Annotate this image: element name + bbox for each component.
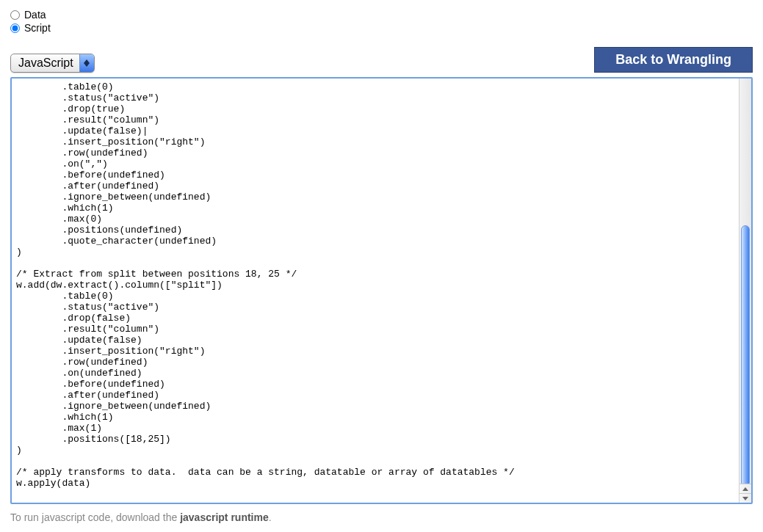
scroll-up-icon[interactable] <box>740 484 751 493</box>
language-select[interactable]: JavaScript <box>10 54 95 73</box>
view-mode-radio-group: Data Script <box>10 9 753 34</box>
radio-data-input[interactable] <box>10 10 20 20</box>
scroll-down-icon[interactable] <box>740 493 751 503</box>
code-text[interactable]: .table(0) .status("active") .drop(true) … <box>12 79 738 503</box>
radio-data-label: Data <box>24 9 46 21</box>
runtime-download-link[interactable]: javascript runtime <box>180 511 269 523</box>
footer-hint: To run javascript code, download the jav… <box>10 511 753 523</box>
toolbar: JavaScript Back to Wrangling <box>10 47 753 73</box>
scrollbar-thumb[interactable] <box>741 225 750 487</box>
radio-script-label: Script <box>24 22 51 34</box>
language-select-value: JavaScript <box>11 54 79 72</box>
svg-marker-3 <box>742 497 748 500</box>
footer-suffix: . <box>269 511 272 523</box>
radio-script[interactable]: Script <box>10 22 753 34</box>
radio-data[interactable]: Data <box>10 9 753 21</box>
vertical-scrollbar[interactable] <box>739 79 751 503</box>
svg-marker-2 <box>742 487 748 491</box>
code-editor: .table(0) .status("active") .drop(true) … <box>10 77 753 504</box>
svg-marker-1 <box>84 63 90 67</box>
select-arrows-icon <box>79 54 94 72</box>
back-to-wrangling-button[interactable]: Back to Wrangling <box>594 47 753 73</box>
footer-prefix: To run javascript code, download the <box>10 511 180 523</box>
radio-script-input[interactable] <box>10 23 20 33</box>
